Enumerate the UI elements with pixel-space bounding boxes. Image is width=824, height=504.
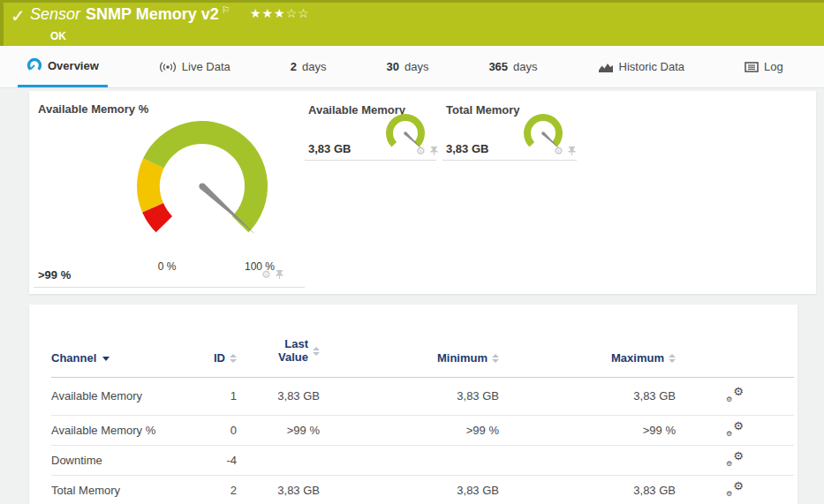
channel-maximum: 3,83 GB <box>499 377 676 415</box>
gear-icon[interactable]: ⚙ <box>416 146 426 156</box>
status-check-icon: ✓ <box>11 5 26 26</box>
table-row[interactable]: Available Memory 1 3,83 GB 3,83 GB 3,83 … <box>51 377 794 415</box>
tab-30-days[interactable]: 30 days <box>377 46 437 87</box>
area-chart-icon <box>598 61 614 73</box>
mini-gauge-tools: ⚙ <box>554 146 576 156</box>
table-row[interactable]: Total Memory 2 3,83 GB 3,83 GB 3,83 GB ⚙… <box>51 475 794 504</box>
column-header-minimum[interactable]: Minimum <box>320 331 499 377</box>
channel-settings-button[interactable]: ⚙⚙ <box>726 481 744 497</box>
mini-gauge-title: Total Memory <box>446 103 520 117</box>
channel-last-value: >99 % <box>237 415 320 445</box>
tab-365-days[interactable]: 365 days <box>480 46 546 87</box>
tab-label: days <box>513 60 537 73</box>
tab-2-days[interactable]: 2 days <box>282 46 336 87</box>
gear-icon: ⚙ <box>733 385 744 398</box>
tab-log[interactable]: Log <box>736 46 792 87</box>
channel-id: -4 <box>203 445 237 475</box>
column-header-maximum[interactable]: Maximum <box>499 331 676 377</box>
channel-name: Available Memory <box>51 377 203 415</box>
mini-gauge-value: 3,83 GB <box>446 142 488 155</box>
log-list-icon <box>745 62 759 72</box>
channel-settings-button[interactable]: ⚙⚙ <box>726 421 744 437</box>
channel-last-value: 3,83 GB <box>237 475 320 504</box>
overview-gauges-panel: Available Memory % 0 % 100 % >99 % ⚙ Ava… <box>29 91 816 294</box>
mini-gauge-tools: ⚙ <box>416 146 438 156</box>
gauge-icon <box>26 57 42 73</box>
channel-minimum <box>320 445 499 475</box>
tab-label: Live Data <box>182 60 231 73</box>
channel-maximum <box>499 445 676 475</box>
column-header-id[interactable]: ID <box>203 331 237 377</box>
sort-arrows-icon <box>230 354 237 363</box>
tab-label: Overview <box>48 59 99 72</box>
channel-maximum: 3,83 GB <box>499 475 676 504</box>
gear-icon: ⚙ <box>733 449 744 463</box>
sensor-header: ✓ SensorSNMP Memory v2⚐ ★★★☆☆ OK <box>0 0 824 46</box>
column-header-actions <box>676 331 794 377</box>
column-label: Maximum <box>611 351 664 365</box>
gear-icon: ⚙ <box>726 430 732 438</box>
sort-arrows-icon <box>313 347 320 356</box>
sort-arrows-icon <box>669 354 676 363</box>
channels-panel: Channel ID Last Value Minimum Maximum <box>29 305 798 504</box>
sort-arrows-icon <box>492 354 499 363</box>
gear-icon: ⚙ <box>726 490 732 498</box>
channel-settings-button[interactable]: ⚙⚙ <box>726 387 744 402</box>
pin-icon[interactable] <box>276 269 283 280</box>
gear-icon: ⚙ <box>733 419 744 433</box>
gear-icon: ⚙ <box>726 460 732 468</box>
tab-label: days <box>302 60 326 73</box>
table-row[interactable]: Available Memory % 0 >99 % >99 % >99 % ⚙… <box>51 415 794 445</box>
channel-last-value: 3,83 GB <box>237 377 320 415</box>
table-header-row: Channel ID Last Value Minimum Maximum <box>51 331 794 377</box>
tab-label: Log <box>764 60 783 73</box>
channel-minimum: 3,83 GB <box>320 377 499 415</box>
channel-id: 0 <box>203 415 237 445</box>
column-header-last-value[interactable]: Last Value <box>237 331 320 377</box>
gauge-scale-min: 0 % <box>149 260 185 273</box>
main-gauge-value: >99 % <box>38 268 71 282</box>
stars-empty[interactable]: ☆☆ <box>286 6 310 20</box>
channel-settings-button[interactable]: ⚙⚙ <box>726 451 744 467</box>
column-label: Channel <box>51 351 96 365</box>
stars-filled[interactable]: ★★★ <box>250 6 286 20</box>
channel-minimum: 3,83 GB <box>320 475 499 504</box>
main-gauge-tools: ⚙ <box>261 269 283 280</box>
tab-live-data[interactable]: Live Data <box>150 46 239 87</box>
channel-minimum: >99 % <box>320 415 499 445</box>
pin-icon[interactable] <box>568 146 576 156</box>
gauge-segment-yellow <box>137 158 164 212</box>
sort-caret-icon <box>102 357 110 361</box>
tab-historic-data[interactable]: Historic Data <box>589 46 693 87</box>
gear-icon[interactable]: ⚙ <box>261 269 271 280</box>
column-header-channel[interactable]: Channel <box>51 331 203 377</box>
main-gauge <box>132 116 273 257</box>
page-title: SensorSNMP Memory v2⚐ <box>30 4 231 24</box>
column-label: Minimum <box>437 351 488 365</box>
channel-name: Total Memory <box>51 475 203 504</box>
channel-last-value <box>237 445 320 475</box>
status-badge: OK <box>50 30 66 42</box>
tab-bar: Overview Live Data 2 days 30 days 365 da… <box>0 46 824 88</box>
tab-overview[interactable]: Overview <box>18 46 108 87</box>
column-label: ID <box>214 351 225 365</box>
channels-table: Channel ID Last Value Minimum Maximum <box>51 331 794 504</box>
table-row[interactable]: Downtime -4 ⚙⚙ <box>51 445 794 475</box>
channel-name: Available Memory % <box>51 415 203 445</box>
flag-icon: ⚐ <box>222 4 231 16</box>
tab-number: 365 <box>488 60 508 73</box>
mini-gauge-value: 3,83 GB <box>308 142 351 155</box>
panel-divider <box>34 287 305 288</box>
channel-maximum: >99 % <box>499 415 676 445</box>
gear-icon: ⚙ <box>733 479 744 493</box>
sensor-kind-label: Sensor <box>30 5 80 23</box>
gear-icon[interactable]: ⚙ <box>554 146 563 156</box>
priority-stars[interactable]: ★★★☆☆ <box>250 6 310 20</box>
panel-divider <box>442 160 577 161</box>
panel-divider <box>305 160 436 161</box>
column-label: Last Value <box>268 338 308 365</box>
tab-number: 2 <box>291 60 297 73</box>
broadcast-icon <box>159 61 177 73</box>
gauge-ring <box>524 114 563 147</box>
pin-icon[interactable] <box>430 146 438 156</box>
